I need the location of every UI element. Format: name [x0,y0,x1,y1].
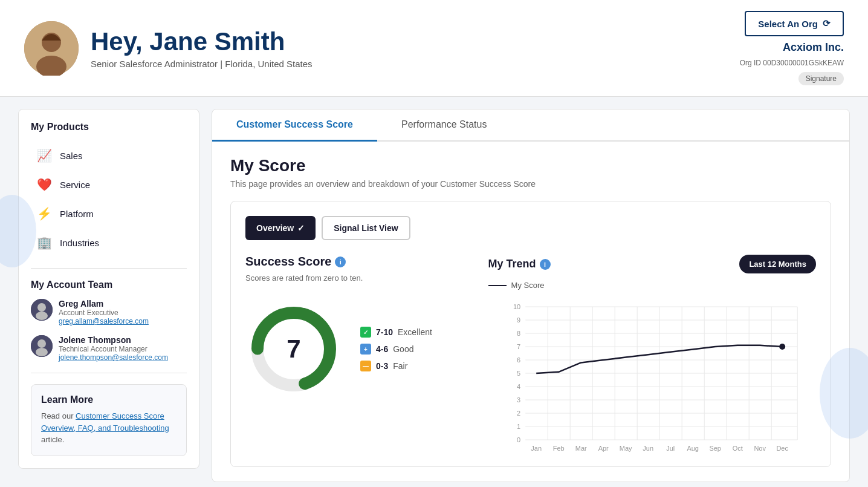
my-score-legend: My Score [488,281,816,290]
score-buttons: Overview ✓ Signal List View [245,216,816,240]
sidebar-label-sales: Sales [60,151,83,161]
svg-text:6: 6 [517,356,520,364]
team-email-greg[interactable]: greg.allam@salesforce.com [59,317,149,325]
score-content: Success Score i Scores are rated from ze… [245,255,816,452]
my-score-label: My Score [511,281,545,290]
overview-button[interactable]: Overview ✓ [245,216,316,240]
legend-excellent: ✓ 7-10 Excellent [360,327,432,338]
svg-text:Nov: Nov [754,445,766,452]
signature-badge: Signature [798,72,844,85]
sidebar-item-sales[interactable]: 📈 Sales [31,141,187,170]
sidebar-item-platform[interactable]: ⚡ Platform [31,199,187,228]
learn-more-text-after: article. [41,435,64,444]
donut-value: 7 [287,335,300,364]
svg-text:Apr: Apr [598,445,608,452]
svg-text:Oct: Oct [732,445,742,452]
header-text: Hey, Jane Smith Senior Salesforce Admini… [91,27,313,69]
team-role-greg: Account Executive [59,309,149,317]
svg-text:1: 1 [517,423,520,430]
svg-text:Sep: Sep [709,445,721,452]
legend-icon-fair: — [360,361,371,371]
svg-text:0: 0 [517,436,520,443]
score-left: Success Score i Scores are rated from ze… [245,255,464,452]
score-subtitle: This page provides an overview and break… [230,179,831,189]
select-org-button[interactable]: Select An Org ⟳ [745,11,844,36]
team-member-greg: Greg Allam Account Executive greg.allam@… [31,299,187,325]
donut-container: 7 ✓ 7-10 Excellent + [245,301,464,397]
team-name-greg: Greg Allam [59,299,149,309]
signal-list-button[interactable]: Signal List View [322,216,410,240]
legend-label-good: Good [393,344,413,354]
trend-title-label: My Trend [488,258,536,270]
industries-icon: 🏢 [36,234,53,251]
svg-text:Dec: Dec [776,445,788,452]
score-description: Scores are rated from zero to ten. [245,273,464,283]
svg-text:Feb: Feb [552,445,564,452]
legend-label-excellent: Excellent [398,327,432,337]
svg-text:7: 7 [517,343,520,350]
legend-range-fair: 0-3 [376,361,388,371]
svg-text:4: 4 [517,383,520,390]
header-left: Hey, Jane Smith Senior Salesforce Admini… [24,21,313,76]
svg-point-5 [36,312,48,320]
trend-chart-area: .axis-text { font-size: 11px; fill: #999… [488,295,816,452]
team-email-jolene[interactable]: jolene.thompson@salesforce.com [59,353,168,362]
header: Hey, Jane Smith Senior Salesforce Admini… [0,0,868,97]
team-name-jolene: Jolene Thompson [59,335,168,345]
team-member-jolene: Jolene Thompson Technical Account Manage… [31,335,187,362]
refresh-icon: ⟳ [823,18,831,29]
svg-text:10: 10 [513,303,520,310]
sidebar: My Products 📈 Sales ❤️ Service ⚡ Platfor… [18,109,199,469]
svg-text:Mar: Mar [575,445,586,452]
subtitle: Senior Salesforce Administrator | Florid… [91,59,313,69]
svg-text:3: 3 [517,396,520,404]
org-id: Org ID 00D30000001GSkKEAW [740,59,844,67]
team-info-jolene: Jolene Thompson Technical Account Manage… [59,335,168,362]
last-12-months-button[interactable]: Last 12 Months [739,255,816,273]
donut-chart: 7 [245,301,342,397]
trend-info-icon[interactable]: i [540,259,551,270]
content-area: Customer Success Score Performance Statu… [212,109,850,482]
checkmark-icon: ✓ [297,223,305,233]
team-avatar-jolene [31,335,53,357]
legend-fair: — 0-3 Fair [360,361,432,371]
legend-range-excellent: 7-10 [376,327,393,337]
svg-text:Jul: Jul [666,445,675,452]
team-info-greg: Greg Allam Account Executive greg.allam@… [59,299,149,325]
svg-point-7 [37,339,46,348]
tab-performance-status[interactable]: Performance Status [377,109,511,142]
trend-title: My Trend i [488,258,551,270]
learn-more-title: Learn More [41,394,177,405]
score-card: Overview ✓ Signal List View Success Scor… [230,201,831,467]
account-team-title: My Account Team [31,279,187,290]
svg-point-4 [37,303,46,312]
svg-text:5: 5 [517,370,520,377]
service-icon: ❤️ [36,176,53,193]
score-legend: ✓ 7-10 Excellent + 4-6 Good [360,327,432,371]
my-score-line-icon [488,285,507,286]
legend-label-fair: Fair [393,361,407,371]
sidebar-label-platform: Platform [60,209,94,219]
team-role-jolene: Technical Account Manager [59,345,168,353]
sidebar-divider-2 [31,373,187,373]
content-card: Customer Success Score Performance Statu… [212,109,850,482]
success-score-heading: Success Score i [245,255,464,269]
avatar [24,21,79,76]
sidebar-item-service[interactable]: ❤️ Service [31,170,187,199]
org-name: Acxiom Inc. [783,41,844,54]
svg-text:8: 8 [517,330,520,337]
svg-text:Jan: Jan [531,445,542,452]
success-score-info-icon[interactable]: i [335,257,346,267]
overview-label: Overview [256,223,294,233]
greeting: Hey, Jane Smith [91,27,313,56]
svg-text:Jun: Jun [643,445,653,452]
team-avatar-greg [31,299,53,321]
trend-header: My Trend i Last 12 Months [488,255,816,273]
success-score-label: Success Score [245,255,331,269]
my-products-title: My Products [31,122,187,132]
tab-customer-success-score[interactable]: Customer Success Score [212,109,377,142]
sidebar-item-industries[interactable]: 🏢 Industries [31,228,187,257]
learn-more-text-before: Read our [41,411,76,420]
legend-good: + 4-6 Good [360,344,432,355]
svg-text:Aug: Aug [687,445,699,452]
